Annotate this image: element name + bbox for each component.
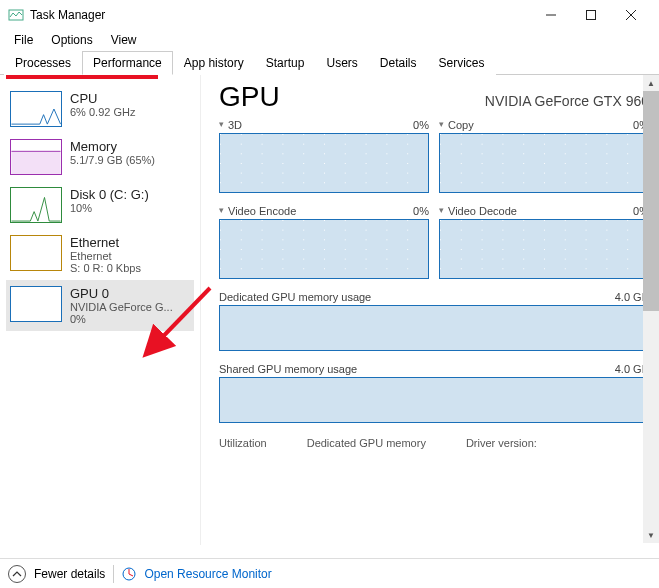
chart-video-decode[interactable]: ▾Video Decode0% (439, 205, 649, 279)
gpu-sub2: 0% (70, 313, 173, 325)
content-area: CPU 6% 0.92 GHz Memory 5.1/7.9 GB (65%) … (0, 75, 659, 545)
tab-processes[interactable]: Processes (4, 51, 82, 75)
tab-performance[interactable]: Performance (82, 51, 173, 75)
chart-venc-label: Video Encode (228, 205, 296, 217)
menu-file[interactable]: File (6, 31, 41, 49)
shared-mem-canvas (219, 377, 649, 423)
tab-bar: Processes Performance App history Startu… (0, 50, 659, 75)
cpu-sub: 6% 0.92 GHz (70, 106, 135, 118)
scroll-down-icon[interactable]: ▼ (643, 527, 659, 543)
tab-startup[interactable]: Startup (255, 51, 316, 75)
menu-view[interactable]: View (103, 31, 145, 49)
detail-pane: GPU NVIDIA GeForce GTX 960 ▾3D0% ▾Copy0%… (200, 75, 659, 545)
chevron-up-icon[interactable] (8, 565, 26, 583)
sidebar-item-cpu[interactable]: CPU 6% 0.92 GHz (6, 85, 194, 133)
gpu-name: NVIDIA GeForce GTX 960 (485, 93, 649, 109)
chart-3d[interactable]: ▾3D0% (219, 119, 429, 193)
disk-title: Disk 0 (C: G:) (70, 187, 149, 202)
menu-bar: File Options View (0, 30, 659, 50)
chart-vdec-label: Video Decode (448, 205, 517, 217)
memory-thumb (10, 139, 62, 175)
tab-details[interactable]: Details (369, 51, 428, 75)
eth-sub1: Ethernet (70, 250, 141, 262)
dedicated-mem-canvas (219, 305, 649, 351)
scrollbar-thumb[interactable] (643, 91, 659, 311)
sidebar-item-disk[interactable]: Disk 0 (C: G:) 10% (6, 181, 194, 229)
tab-app-history[interactable]: App history (173, 51, 255, 75)
chart-3d-label: 3D (228, 119, 242, 131)
memory-sub: 5.1/7.9 GB (65%) (70, 154, 155, 166)
chevron-down-icon[interactable]: ▾ (219, 119, 224, 131)
tab-users[interactable]: Users (315, 51, 368, 75)
dedicated-mem-label: Dedicated GPU memory usage (219, 291, 371, 303)
resource-monitor-icon[interactable] (122, 567, 136, 581)
eth-title: Ethernet (70, 235, 141, 250)
menu-options[interactable]: Options (43, 31, 100, 49)
scroll-up-icon[interactable]: ▲ (643, 75, 659, 91)
shared-mem-label: Shared GPU memory usage (219, 363, 357, 375)
tab-services[interactable]: Services (428, 51, 496, 75)
gpu-sub1: NVIDIA GeForce G... (70, 301, 173, 313)
chart-3d-canvas (219, 133, 429, 193)
stat-utilization: Utilization (219, 437, 267, 449)
chart-copy-label: Copy (448, 119, 474, 131)
chart-vdec-canvas (439, 219, 649, 279)
chart-copy-canvas (439, 133, 649, 193)
chevron-down-icon[interactable]: ▾ (219, 205, 224, 217)
eth-thumb (10, 235, 62, 271)
minimize-button[interactable] (531, 0, 571, 30)
vertical-scrollbar[interactable]: ▲ ▼ (643, 75, 659, 543)
fewer-details-link[interactable]: Fewer details (34, 567, 105, 581)
disk-sub: 10% (70, 202, 149, 214)
close-button[interactable] (611, 0, 651, 30)
detail-heading: GPU (219, 81, 280, 113)
chart-copy[interactable]: ▾Copy0% (439, 119, 649, 193)
memory-title: Memory (70, 139, 155, 154)
cpu-thumb (10, 91, 62, 127)
annotation-underline (6, 75, 158, 79)
chart-venc-pct: 0% (413, 205, 429, 217)
chart-3d-pct: 0% (413, 119, 429, 131)
maximize-button[interactable] (571, 0, 611, 30)
eth-sub2: S: 0 R: 0 Kbps (70, 262, 141, 274)
window-title: Task Manager (30, 8, 105, 22)
chart-video-encode[interactable]: ▾Video Encode0% (219, 205, 429, 279)
gpu-thumb (10, 286, 62, 322)
footer-bar: Fewer details Open Resource Monitor (0, 558, 659, 588)
title-bar: Task Manager (0, 0, 659, 30)
svg-rect-1 (587, 11, 596, 20)
open-resource-monitor-link[interactable]: Open Resource Monitor (144, 567, 271, 581)
performance-sidebar: CPU 6% 0.92 GHz Memory 5.1/7.9 GB (65%) … (0, 75, 200, 545)
app-icon (8, 7, 24, 23)
chevron-down-icon[interactable]: ▾ (439, 205, 444, 217)
sidebar-item-gpu[interactable]: GPU 0 NVIDIA GeForce G... 0% (6, 280, 194, 331)
stat-dedicated: Dedicated GPU memory (307, 437, 426, 449)
disk-thumb (10, 187, 62, 223)
chevron-down-icon[interactable]: ▾ (439, 119, 444, 131)
svg-rect-2 (11, 151, 60, 174)
gpu-title: GPU 0 (70, 286, 173, 301)
footer-separator (113, 565, 114, 583)
cpu-title: CPU (70, 91, 135, 106)
stat-driver: Driver version: (466, 437, 537, 449)
chart-venc-canvas (219, 219, 429, 279)
sidebar-item-memory[interactable]: Memory 5.1/7.9 GB (65%) (6, 133, 194, 181)
sidebar-item-ethernet[interactable]: Ethernet Ethernet S: 0 R: 0 Kbps (6, 229, 194, 280)
